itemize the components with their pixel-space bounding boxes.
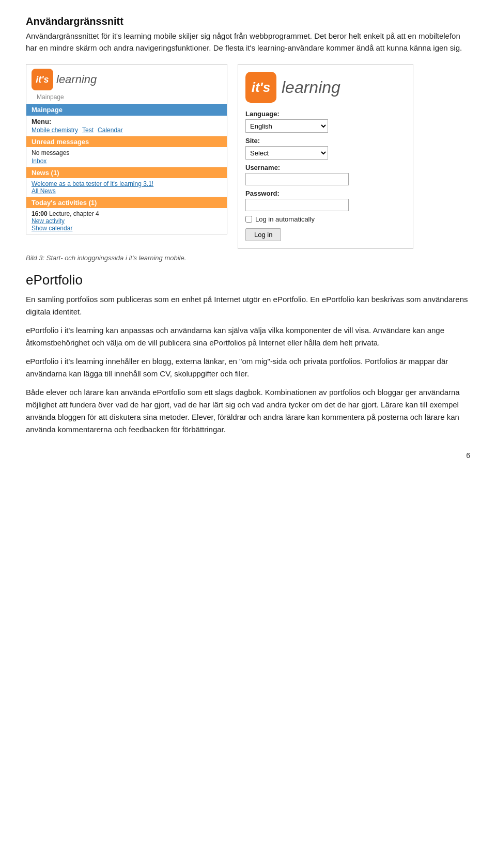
activity-row: 16:00 Lecture, chapter 4	[32, 210, 222, 217]
username-group: Username:	[245, 164, 406, 185]
auto-login-checkbox[interactable]	[245, 216, 252, 223]
eportfolio-para-4: Både elever och lärare kan använda ePort…	[26, 386, 470, 436]
login-button[interactable]: Log in	[245, 228, 281, 241]
username-label: Username:	[245, 164, 406, 171]
no-messages-text: No messages	[32, 149, 69, 156]
mobile-menu-section: Menu: Mobile chemistry Test Calendar	[26, 116, 227, 136]
mobile-menu-label: Menu:	[32, 118, 222, 125]
language-label: Language:	[245, 110, 406, 118]
caption: Bild 3: Start- och inloggningssida i it'…	[26, 254, 470, 262]
mobile-logo: it's learning	[32, 69, 222, 90]
activities-header: Today's activities (1)	[26, 197, 227, 208]
eportfolio-para-1: En samling portfolios som publiceras som…	[26, 293, 470, 318]
mobile-menu-links[interactable]: Mobile chemistry Test Calendar	[32, 127, 222, 134]
all-news-link[interactable]: All News	[32, 187, 56, 195]
auto-login-row: Log in automatically	[245, 215, 406, 223]
news-content: Welcome as a beta tester of it's learnin…	[26, 178, 227, 197]
site-group: Site: Select	[245, 137, 406, 160]
menu-link-calendar[interactable]: Calendar	[98, 127, 123, 134]
activity-time: 16:00	[32, 210, 48, 217]
login-screenshot: it's learning Language: English Site: Se…	[238, 64, 413, 249]
auto-login-label: Log in automatically	[255, 215, 315, 223]
eportfolio-heading: ePortfolio	[26, 272, 470, 288]
news-header: News (1)	[26, 167, 227, 178]
news-link[interactable]: Welcome as a beta tester of it's learnin…	[32, 180, 153, 187]
mobile-logo-box: it's	[32, 69, 53, 90]
mobile-logo-text: learning	[56, 73, 97, 86]
unread-messages-content: No messages Inbox	[26, 147, 227, 167]
new-activity-link[interactable]: New activity	[32, 217, 222, 225]
language-select[interactable]: English	[245, 119, 328, 133]
login-logo-box: it's	[245, 72, 276, 103]
page-number: 6	[26, 451, 470, 460]
mobile-nav-bar: Mainpage	[26, 104, 227, 116]
site-select[interactable]: Select	[245, 146, 328, 160]
password-group: Password:	[245, 190, 406, 211]
username-input[interactable]	[245, 173, 349, 185]
eportfolio-para-3: ePortfolio i it's learning innehåller en…	[26, 355, 470, 380]
mobile-mainpage-label: Mainpage	[32, 92, 222, 102]
intro-paragraph: Användargränssnittet för it's learning m…	[26, 30, 470, 54]
language-group: Language: English	[245, 110, 406, 133]
password-input[interactable]	[245, 199, 349, 211]
screenshots-container: it's learning Mainpage Mainpage Menu: Mo…	[26, 64, 470, 249]
mobile-header: it's learning Mainpage	[26, 65, 227, 104]
inbox-link[interactable]: Inbox	[32, 157, 222, 165]
password-label: Password:	[245, 190, 406, 197]
menu-link-chemistry[interactable]: Mobile chemistry	[32, 127, 78, 134]
activities-content: 16:00 Lecture, chapter 4 New activity Sh…	[26, 208, 227, 234]
eportfolio-para-2: ePortfolio i it's learning kan anpassas …	[26, 324, 470, 349]
login-logo-text: learning	[282, 78, 340, 97]
login-logo-row: it's learning	[245, 72, 406, 103]
show-calendar-link[interactable]: Show calendar	[32, 225, 222, 232]
unread-messages-header: Unread messages	[26, 136, 227, 147]
menu-link-test[interactable]: Test	[82, 127, 94, 134]
mobile-screenshot: it's learning Mainpage Mainpage Menu: Mo…	[26, 64, 227, 234]
page-heading: Användargränssnitt	[26, 15, 470, 27]
site-label: Site:	[245, 137, 406, 145]
activity-text: Lecture, chapter 4	[49, 210, 99, 217]
